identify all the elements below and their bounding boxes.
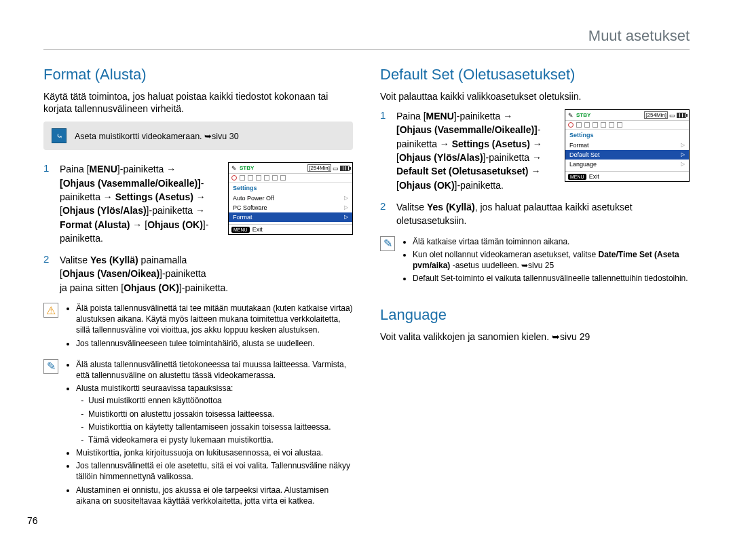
chevron-icon: ▷ xyxy=(344,195,348,202)
text: ]-painiketta → xyxy=(147,205,205,216)
text: Ohjaus (OK) xyxy=(124,282,179,293)
lcd-item-label: Format xyxy=(233,214,252,221)
text: MENU xyxy=(426,111,454,122)
text: ja paina sitten [ xyxy=(60,282,124,293)
card-icon: ⤿ xyxy=(52,128,67,143)
lcd-item: PC Software▷ xyxy=(229,203,352,212)
info-icon: ✎ xyxy=(43,359,58,374)
lcd-item-label: Format xyxy=(569,142,589,149)
text: ]- xyxy=(203,219,209,230)
text: [Ohjaus (Vasemmalle/Oikealle)] xyxy=(60,178,201,189)
lcd-item-label: Default Set xyxy=(569,151,600,158)
text: → [ xyxy=(130,219,147,230)
info-notes: Älä alusta tallennusvälinettä tietokonee… xyxy=(65,359,353,508)
text: -asetus uudelleen. ➥sivu 25 xyxy=(450,261,554,270)
text: ]-painiketta → xyxy=(483,152,542,163)
time-remaining: [254Min] xyxy=(307,164,331,172)
step1-body: Paina [MENU]-painiketta → [Ohjaus (Vasem… xyxy=(60,162,221,245)
page-header: Muut asetukset xyxy=(43,27,690,50)
list-item: Jos tallennusvälineeseen tulee toimintah… xyxy=(76,338,353,349)
step-number: 2 xyxy=(43,253,53,265)
heading-language: Language xyxy=(380,306,690,324)
menu-badge: MENU xyxy=(568,174,586,180)
chevron-icon: ▷ xyxy=(681,151,685,158)
list-item: Muistikortti on alustettu jossakin toise… xyxy=(88,409,353,419)
text: Ohjaus (Vasen/Oikea) xyxy=(62,268,159,279)
text: Settings (Asetus) xyxy=(452,138,530,149)
lcd-screenshot-default: ✎ STBY [254Min] ▭ Settings Fo xyxy=(565,109,690,182)
text: Ohjaus (OK) xyxy=(147,219,203,230)
camera-icon: ✎ xyxy=(231,165,237,172)
heading-default-set: Default Set (Oletusasetukset) xyxy=(380,66,690,83)
heading-format: Format (Alusta) xyxy=(43,66,353,83)
text: ]-painiketta → xyxy=(117,164,176,174)
text: Paina [ xyxy=(60,164,90,174)
right-step2-body: Valitse Yes (Kyllä), jos haluat palautta… xyxy=(396,200,690,228)
chevron-icon: ▷ xyxy=(344,214,348,221)
text: painamalla xyxy=(138,255,187,265)
warning-icon: ⚠ xyxy=(43,303,58,318)
text: Yes (Kyllä) xyxy=(90,255,138,265)
text: Yes (Kyllä) xyxy=(427,202,475,212)
text: Default Set (Oletusasetukset) xyxy=(396,166,529,176)
time-remaining: [254Min] xyxy=(644,111,668,119)
list-item: Älä alusta tallennusvälinettä tietokonee… xyxy=(76,359,353,381)
default-intro: Voit palauttaa kaikki valikkoasetukset o… xyxy=(380,90,690,102)
text: → xyxy=(530,138,542,149)
text: → xyxy=(193,191,206,202)
lcd-item: Auto Power Off▷ xyxy=(229,193,352,203)
text: Settings (Asetus) xyxy=(115,191,193,202)
lcd-item-selected: Format▷ xyxy=(229,212,352,222)
list-item: Uusi muistikortti ennen käyttöönottoa xyxy=(88,395,353,406)
chevron-icon: ▷ xyxy=(344,204,348,211)
text: [Ohjaus (Vasemmalle/Oikealle)] xyxy=(396,124,538,135)
text: painiketta → xyxy=(396,138,452,149)
battery-icon xyxy=(340,166,350,171)
info-icon: ✎ xyxy=(380,236,395,251)
list-item: Muistikorttia, jonka kirjoitussuoja on l… xyxy=(76,447,353,458)
right-step1-body: Paina [MENU]-painiketta → [Ohjaus (Vasem… xyxy=(396,109,558,192)
list-item: Alustaminen ei onnistu, jos akussa ei ol… xyxy=(76,485,353,506)
list-item: Älä poista tallennusvälinettä tai tee mi… xyxy=(76,303,353,336)
page-number: 76 xyxy=(27,515,38,526)
callout-text: Aseta muistikortti videokameraan. ➥sivu … xyxy=(75,131,239,141)
lcd-item-label: Auto Power Off xyxy=(233,195,274,202)
left-column: Format (Alusta) Käytä tätä toimintoa, jo… xyxy=(43,66,353,517)
battery-icon xyxy=(677,113,686,118)
lcd-settings-label: Settings xyxy=(229,183,352,193)
format-intro: Käytä tätä toimintoa, jos haluat poistaa… xyxy=(43,90,353,115)
text: Valitse xyxy=(396,202,427,212)
right-column: Default Set (Oletusasetukset) Voit palau… xyxy=(380,66,690,517)
text: Valitse xyxy=(60,255,90,265)
step-number: 1 xyxy=(43,162,53,174)
default-info-notes: Älä katkaise virtaa tämän toiminnon aika… xyxy=(402,236,690,286)
text: painiketta → xyxy=(60,191,115,202)
text: Kun olet nollannut videokameran asetukse… xyxy=(413,250,599,259)
chevron-icon: ▷ xyxy=(681,161,685,168)
list-item: Alusta muistikortti seuraavissa tapauksi… xyxy=(76,384,233,393)
callout-insert-card: ⤿ Aseta muistikortti videokameraan. ➥siv… xyxy=(43,122,353,150)
list-item: Älä katkaise virtaa tämän toiminnon aika… xyxy=(413,236,690,247)
text: → xyxy=(529,166,541,176)
list-item: Jos tallennusvälinettä ei ole asetettu, … xyxy=(76,460,353,482)
list-item: Muistikorttia on käytetty tallentamiseen… xyxy=(88,422,353,432)
menu-badge: MENU xyxy=(231,227,250,233)
chevron-icon: ▷ xyxy=(681,142,685,149)
text: MENU xyxy=(90,164,117,174)
lcd-mode-icons xyxy=(229,174,352,183)
text: Ohjaus (Ylös/Alas) xyxy=(62,205,147,216)
list-item: Tämä videokamera ei pysty lukemaan muist… xyxy=(88,434,353,445)
text: Ohjaus (Ylös/Alas) xyxy=(399,152,483,163)
text: ]-painiketta → xyxy=(454,111,512,122)
list-item: Kun olet nollannut videokameran asetukse… xyxy=(413,249,690,271)
step-number: 2 xyxy=(380,200,390,212)
warning-notes: Älä poista tallennusvälinettä tai tee mi… xyxy=(65,303,353,351)
lcd-settings-label: Settings xyxy=(565,130,689,141)
text: Ohjaus (OK) xyxy=(399,180,455,191)
exit-label: Exit xyxy=(589,173,599,180)
lcd-screenshot-format: ✎ STBY [254Min] ▭ Settings Au xyxy=(228,162,353,235)
lcd-mode-icons xyxy=(565,121,689,130)
text: painiketta. xyxy=(60,233,103,244)
text: - xyxy=(201,178,204,189)
step-number: 1 xyxy=(380,109,390,121)
